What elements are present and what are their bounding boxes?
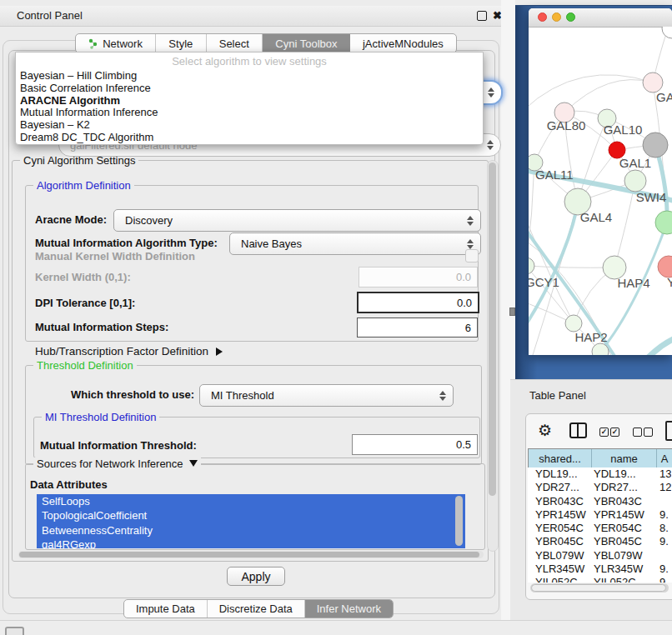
- network-node[interactable]: [655, 211, 672, 234]
- tab-label: Select: [219, 38, 249, 50]
- scrollbar-thumb[interactable]: [19, 552, 479, 558]
- tab-label: Impute Data: [136, 602, 195, 615]
- table-columns-icon[interactable]: [569, 422, 587, 438]
- table-cell: YER054C: [528, 522, 591, 535]
- window-minimize-button[interactable]: [552, 12, 561, 22]
- tab-style[interactable]: Style: [156, 34, 206, 52]
- mi-threshold-value: 0.5: [456, 438, 471, 451]
- mi-type-combobox[interactable]: Naive Bayes: [229, 232, 481, 255]
- table-cell: YBL079W: [591, 549, 656, 562]
- attribute-list-item[interactable]: TopologicalCoefficient: [37, 508, 465, 522]
- table-row[interactable]: YIL052CYIL052C9.: [528, 576, 672, 582]
- column-header-partial[interactable]: A: [657, 449, 672, 468]
- network-window-titlebar[interactable]: [529, 8, 672, 28]
- table-body: YDL19...YDL19...13YDR27...YDR27...12YBR0…: [528, 468, 672, 582]
- node-label: GAL1: [619, 156, 651, 170]
- list-scrollbar-thumb[interactable]: [455, 496, 463, 546]
- kernel-width-field[interactable]: 0.0: [359, 267, 478, 288]
- mi-threshold-label: Mutual Information Threshold:: [40, 439, 197, 452]
- network-node[interactable]: [662, 27, 672, 38]
- table-settings-gear-icon[interactable]: ⚙︎: [538, 421, 552, 440]
- dropdown-item[interactable]: Bayesian – K2: [16, 119, 483, 132]
- table-row[interactable]: YDR27...YDR27...12: [528, 481, 672, 494]
- manual-kernel-checkbox[interactable]: [465, 249, 479, 262]
- mi-threshold-field[interactable]: 0.5: [352, 434, 478, 455]
- screenshot-root: Control Panel ✖ Network Style Select Cyn…: [0, 0, 672, 635]
- scrollbar-thumb[interactable]: [489, 162, 496, 496]
- which-threshold-combobox[interactable]: MI Threshold: [199, 384, 454, 407]
- tab-network[interactable]: Network: [76, 34, 156, 52]
- table-cell: 12: [656, 481, 671, 494]
- tab-infer-network[interactable]: Infer Network: [305, 600, 393, 618]
- network-edge: [564, 80, 653, 112]
- table-row[interactable]: YER054CYER054C8.: [528, 522, 672, 535]
- network-node[interactable]: [529, 258, 534, 274]
- attribute-list-item[interactable]: BetweennessCentrality: [37, 523, 465, 538]
- network-node[interactable]: [643, 132, 668, 158]
- status-bar: [0, 620, 672, 635]
- float-window-icon[interactable]: [477, 11, 487, 21]
- settings-horizontal-scrollbar[interactable]: [18, 551, 484, 558]
- scrollbar-thumb[interactable]: [531, 584, 666, 592]
- table-row[interactable]: YPR145WYPR145W9.: [528, 508, 672, 522]
- select-all-checkbox-icon[interactable]: ✓: [610, 428, 619, 437]
- table-cell: YBR045C: [591, 535, 656, 548]
- aracne-mode-combobox[interactable]: Discovery: [113, 209, 481, 232]
- manual-kernel-label: Manual Kernel Width Definition: [35, 250, 195, 262]
- data-attributes-list[interactable]: SelfLoopsTopologicalCoefficientBetweenne…: [37, 494, 465, 548]
- tab-impute-data[interactable]: Impute Data: [124, 600, 208, 618]
- attribute-list-item[interactable]: SelfLoops: [37, 494, 465, 508]
- group-title: Threshold Definition: [33, 359, 137, 372]
- tab-label: jActiveMNodules: [363, 38, 444, 50]
- node-label: HAP4: [617, 276, 649, 290]
- deselect-all-checkbox-icon[interactable]: [633, 428, 642, 437]
- dropdown-item[interactable]: Dream8 DC_TDC Algorithm: [16, 132, 483, 144]
- table-cell: YBR043C: [591, 495, 656, 508]
- mi-steps-field[interactable]: 6: [357, 318, 478, 338]
- window-zoom-button[interactable]: [566, 12, 575, 22]
- attribute-list-item[interactable]: gal4RGexp: [37, 538, 465, 548]
- settings-vertical-scrollbar[interactable]: [487, 160, 499, 552]
- network-node[interactable]: [624, 170, 646, 192]
- table-horizontal-scrollbar[interactable]: [530, 583, 669, 592]
- network-canvas[interactable]: GALGAL80GAL10GAL1GAL11GAL4SWI4GCY1HAP4YH…: [529, 27, 672, 355]
- mi-steps-label: Mutual Information Steps:: [35, 321, 168, 333]
- table-cell: YDR27...: [528, 481, 591, 494]
- deselect-all-checkbox-icon[interactable]: [644, 428, 653, 437]
- dpi-tolerance-field[interactable]: 0.0: [357, 292, 479, 313]
- table-row[interactable]: YDL19...YDL19...13: [528, 468, 672, 481]
- table-cell: [656, 495, 659, 508]
- network-view-window[interactable]: GALGAL80GAL10GAL1GAL11GAL4SWI4GCY1HAP4YH…: [529, 8, 672, 355]
- export-table-icon[interactable]: [665, 421, 672, 441]
- cyni-bottom-tabbar: Impute Data Discretize Data Infer Networ…: [123, 599, 394, 618]
- table-row[interactable]: YLR345WYLR345W9.: [528, 562, 672, 576]
- tab-cyni-toolbox[interactable]: Cyni Toolbox: [263, 34, 350, 52]
- mi-steps-value: 6: [465, 322, 471, 334]
- network-edge: [529, 162, 534, 266]
- apply-button[interactable]: Apply: [227, 567, 285, 586]
- dropdown-item[interactable]: ARACNE Algorithm: [16, 95, 483, 108]
- table-row[interactable]: YBR043CYBR043C: [528, 495, 672, 508]
- tab-jactivemnodules[interactable]: jActiveMNodules: [350, 34, 456, 52]
- tab-label: Infer Network: [317, 602, 381, 615]
- table-cell: YBR043C: [528, 495, 591, 508]
- dropdown-item[interactable]: Mutual Information Inference: [16, 107, 483, 119]
- dropdown-item[interactable]: Basic Correlation Inference: [16, 82, 483, 95]
- table-row[interactable]: YBL079WYBL079W: [528, 549, 672, 562]
- minimized-panel-icon[interactable]: [5, 627, 24, 635]
- which-threshold-value: MI Threshold: [211, 389, 274, 402]
- tab-select[interactable]: Select: [207, 34, 263, 52]
- hub-definition-toggle[interactable]: Hub/Transcription Factor Definition: [35, 345, 223, 358]
- select-all-checkbox-icon[interactable]: ✓: [599, 428, 609, 437]
- column-header-shared-name[interactable]: shared...: [529, 449, 592, 468]
- dropdown-item[interactable]: Bayesian – Hill Climbing: [16, 70, 483, 82]
- network-node[interactable]: [565, 315, 582, 332]
- aracne-mode-label: Aracne Mode:: [35, 213, 107, 226]
- column-header-name[interactable]: name: [592, 449, 657, 468]
- divider-grip-icon[interactable]: [509, 308, 515, 316]
- table-cell: YIL052C: [528, 576, 591, 582]
- table-row[interactable]: YBR045CYBR045C9.: [528, 535, 672, 548]
- window-close-button[interactable]: [538, 12, 547, 22]
- mi-type-value: Naive Bayes: [241, 238, 302, 250]
- tab-discretize-data[interactable]: Discretize Data: [208, 600, 305, 618]
